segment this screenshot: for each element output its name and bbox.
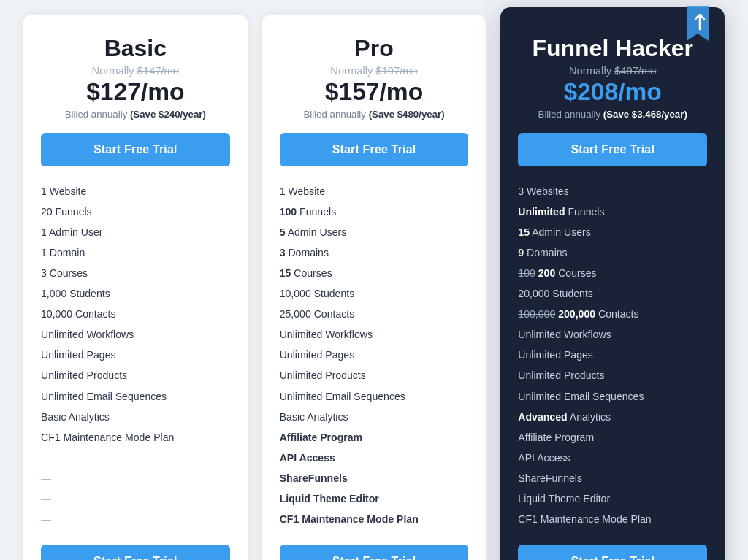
feature-fh-5: 100 200 Courses [518,263,707,283]
plan-card-funnel-hacker: Funnel Hacker Normally $497/mo $208/mo B… [500,7,725,560]
billed-basic: Billed annually (Save $240/year) [41,109,230,120]
normally-price-pro: $197/mo [375,65,417,77]
feature-fh-12: Advanced Analytics [518,407,707,427]
feature-pro-7: 25,000 Contacts [280,304,469,325]
cta-bottom-btn-funnel-hacker[interactable]: Start Free Trial [518,545,707,560]
feature-basic-4: 1 Domain [41,242,230,263]
feature-basic-9: Unlimited Pages [41,345,230,366]
feature-basic-7: 10,000 Contacts [41,304,230,325]
feature-fh-9: Unlimited Pages [518,345,707,366]
plan-card-pro: Pro Normally $197/mo $157/mo Billed annu… [262,15,486,560]
feature-fh-16: Liquid Theme Editor [518,489,707,510]
feature-basic-10: Unlimited Products [41,366,230,386]
feature-fh-3: 15 Admin Users [518,222,707,242]
cta-bottom-pro: Start Free Trial [280,545,469,560]
feature-fh-1: 3 Websites [518,181,707,202]
feature-pro-8: Unlimited Workflows [280,325,469,345]
plan-name-pro: Pro [280,35,469,62]
price-pro: $157/mo [280,78,469,106]
feature-basic-6: 1,000 Students [41,284,230,304]
feature-pro-12: Basic Analytics [280,407,469,427]
feature-fh-8: Unlimited Workflows [518,325,707,345]
feature-fh-15: ShareFunnels [518,469,707,489]
feature-basic-2: 20 Funnels [41,202,230,222]
feature-fh-13: Affiliate Program [518,427,707,448]
feature-pro-10: Unlimited Products [280,366,469,386]
normally-label-fh: Normally [569,65,611,77]
feature-pro-17: CF1 Maintenance Mode Plan [280,510,469,530]
feature-pro-5: 15 Courses [280,263,469,283]
feature-pro-4: 3 Domains [280,242,469,263]
normally-label-basic: Normally [92,65,134,77]
normally-basic: Normally $147/mo [41,65,230,77]
feature-basic-13: CF1 Maintenance Mode Plan [41,427,230,448]
feature-pro-3: 5 Admin Users [280,222,469,242]
feature-basic-1: 1 Website [41,181,230,202]
ribbon-icon [684,6,711,44]
feature-fh-17: CF1 Maintenance Mode Plan [518,510,707,530]
cta-top-pro[interactable]: Start Free Trial [280,133,469,166]
feature-fh-14: API Access [518,448,707,468]
feature-basic-11: Unlimited Email Sequences [41,386,230,407]
normally-funnel-hacker: Normally $497/mo [518,65,707,77]
pricing-container: Basic Normally $147/mo $127/mo Billed an… [16,15,732,560]
price-basic: $127/mo [41,78,230,106]
billed-pro: Billed annually (Save $480/year) [280,109,469,120]
feature-basic-dash3: — [41,489,230,510]
cta-bottom-btn-basic[interactable]: Start Free Trial [41,545,230,560]
feature-basic-5: 3 Courses [41,263,230,283]
feature-pro-16: Liquid Theme Editor [280,489,469,510]
feature-list-funnel-hacker: 3 Websites Unlimited Funnels 15 Admin Us… [518,181,707,530]
plan-name-funnel-hacker: Funnel Hacker [518,35,707,62]
feature-basic-dash1: — [41,448,230,468]
feature-basic-dash2: — [41,469,230,489]
cta-bottom-funnel-hacker: Start Free Trial [518,545,707,560]
feature-pro-2: 100 Funnels [280,202,469,222]
feature-basic-3: 1 Admin User [41,222,230,242]
cta-top-basic[interactable]: Start Free Trial [41,133,230,166]
price-funnel-hacker: $208/mo [518,78,707,106]
feature-pro-9: Unlimited Pages [280,345,469,366]
feature-pro-11: Unlimited Email Sequences [280,386,469,407]
cta-bottom-basic: Start Free Trial [41,545,230,560]
feature-pro-15: ShareFunnels [280,469,469,489]
cta-bottom-btn-pro[interactable]: Start Free Trial [280,545,469,560]
feature-pro-13: Affiliate Program [280,427,469,448]
feature-list-pro: 1 Website 100 Funnels 5 Admin Users 3 Do… [280,181,469,530]
normally-price-basic: $147/mo [137,65,179,77]
billed-funnel-hacker: Billed annually (Save $3,468/year) [518,109,707,120]
normally-price-fh: $497/mo [614,65,656,77]
feature-list-basic: 1 Website 20 Funnels 1 Admin User 1 Doma… [41,181,230,530]
feature-basic-8: Unlimited Workflows [41,325,230,345]
feature-fh-7: 100,000 200,000 Contacts [518,304,707,325]
feature-fh-2: Unlimited Funnels [518,202,707,222]
feature-fh-11: Unlimited Email Sequences [518,386,707,407]
feature-fh-10: Unlimited Products [518,366,707,386]
plan-name-basic: Basic [41,35,230,62]
feature-pro-14: API Access [280,448,469,468]
feature-fh-6: 20,000 Students [518,284,707,304]
feature-fh-4: 9 Domains [518,242,707,263]
feature-pro-6: 10,000 Students [280,284,469,304]
feature-basic-12: Basic Analytics [41,407,230,427]
normally-label-pro: Normally [330,65,373,77]
cta-top-funnel-hacker[interactable]: Start Free Trial [518,133,707,166]
feature-basic-dash4: — [41,510,230,530]
normally-pro: Normally $197/mo [280,65,469,77]
feature-pro-1: 1 Website [280,181,469,202]
plan-card-basic: Basic Normally $147/mo $127/mo Billed an… [23,15,248,560]
